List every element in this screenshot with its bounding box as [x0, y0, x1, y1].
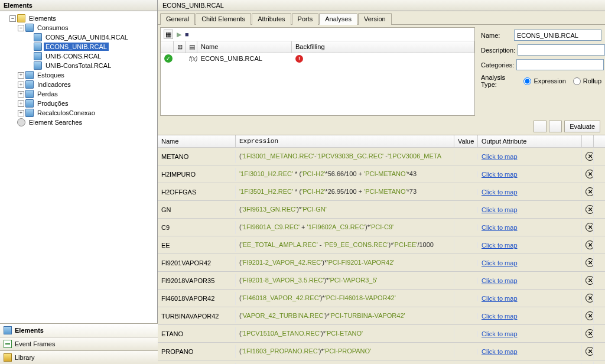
table-row[interactable]: C9('1FI9601A_C9.REC' + '1FI9602A_C9.REC'… — [158, 219, 605, 236]
row-expression[interactable]: ('1PCV1510A_ETANO.REC')*'PCI-ETANO' — [236, 327, 454, 340]
delete-icon[interactable]: ✕ — [586, 329, 594, 338]
table-row[interactable]: FI92018VAPOR35('FI9201-8_VAPOR_3.5.REC')… — [158, 272, 605, 290]
map-link[interactable]: Click to map — [482, 313, 518, 320]
expander-icon[interactable]: − — [18, 25, 24, 31]
nav-library[interactable]: Library — [0, 350, 158, 364]
table-row[interactable]: H2IMPURO'1FI3010_H2.REC' * ('PCI-H2'*56.… — [158, 165, 605, 183]
row-name[interactable]: H2OFFGAS — [158, 186, 236, 199]
tree-item[interactable]: ECONS_UNIB.RCAL — [1, 42, 156, 51]
map-link[interactable]: Click to map — [482, 348, 518, 355]
evaluate-button[interactable]: Evaluate — [564, 121, 600, 132]
col-name[interactable]: Name — [197, 41, 292, 53]
expander-icon[interactable]: + — [18, 72, 24, 79]
table-row[interactable]: H2OFFGAS'1FI3501_H2.REC' * ('PCI-H2'*26.… — [158, 183, 605, 201]
table-row[interactable]: GN('3FI9613_GN.REC')*'PCI-GN'Click to ma… — [158, 201, 605, 219]
tab-ports[interactable]: Ports — [292, 13, 319, 25]
row-expression[interactable]: ('3FI9613_GN.REC')*'PCI-GN' — [236, 203, 454, 216]
tree-item[interactable]: +Produções — [1, 99, 156, 108]
map-link[interactable]: Click to map — [482, 277, 518, 284]
new-analysis-button[interactable]: ▦ — [164, 30, 173, 39]
row-name[interactable]: C9 — [158, 221, 236, 234]
map-link[interactable]: Click to map — [482, 259, 518, 266]
tab-analyses[interactable]: Analyses — [319, 13, 357, 25]
map-link[interactable]: Click to map — [482, 242, 518, 249]
tab-attributes[interactable]: Attributes — [252, 13, 291, 25]
row-expression[interactable]: ('EE_TOTAL_AMPLA.REC' - 'PE9_EE_CONS.REC… — [236, 238, 454, 252]
map-link[interactable]: Click to map — [482, 206, 518, 213]
row-name[interactable]: PROPANO — [158, 345, 236, 358]
tree-item[interactable]: +RecalculosConexao — [1, 108, 156, 118]
row-name[interactable]: EE — [158, 239, 236, 252]
delete-icon[interactable]: ✕ — [586, 170, 594, 178]
tree-searches[interactable]: Element Searches — [1, 118, 156, 127]
element-tree[interactable]: − Elements − Consumos CONS_AGUA_UNIB4.RC… — [0, 11, 157, 317]
tab-child-elements[interactable]: Child Elements — [196, 13, 251, 25]
row-name[interactable]: GN — [158, 203, 236, 216]
row-expression[interactable]: ('1FI1603_PROPANO.REC')*'PCI-PROPANO' — [236, 344, 454, 358]
expander-icon[interactable]: − — [9, 15, 16, 22]
delete-icon[interactable]: ✕ — [586, 223, 594, 232]
map-link[interactable]: Click to map — [482, 224, 518, 231]
tree-item[interactable]: UNIB-CONS.RCAL — [1, 51, 156, 61]
categories-input[interactable] — [516, 59, 604, 70]
stop-icon[interactable]: ■ — [185, 31, 189, 38]
row-name[interactable]: H2IMPURO — [158, 168, 236, 181]
expander-icon[interactable]: + — [18, 91, 24, 98]
tree-consumos[interactable]: − Consumos — [1, 23, 156, 32]
table-row[interactable]: FI9201VAPOR42('FI9201-2_VAPOR_42.REC')*'… — [158, 254, 605, 272]
row-expression[interactable]: ('VAPOR_42_TURBINA.REC')*'PCI-TURBINA-VA… — [236, 309, 454, 323]
row-name[interactable]: FI46018VAPOR42 — [158, 292, 236, 305]
col-backfilling[interactable]: Backfilling — [292, 41, 474, 53]
row-name[interactable]: ETANO — [158, 327, 236, 340]
tab-general[interactable]: General — [160, 13, 195, 25]
delete-icon[interactable]: ✕ — [586, 294, 594, 303]
nav-elements[interactable]: Elements — [0, 323, 158, 337]
table-row[interactable]: EE('EE_TOTAL_AMPLA.REC' - 'PE9_EE_CONS.R… — [158, 236, 605, 254]
delete-icon[interactable]: ✕ — [586, 311, 594, 320]
header-name[interactable]: Name — [158, 135, 236, 147]
delete-icon[interactable]: ✕ — [586, 240, 594, 249]
map-link[interactable]: Click to map — [482, 295, 518, 302]
row-expression[interactable]: '1FI3501_H2.REC' * ('PCI-H2'*26.95/100 +… — [236, 185, 454, 199]
delete-icon[interactable]: ✕ — [586, 205, 594, 214]
table-row[interactable]: METANO('1FI3001_METANO.REC'-'1PCV9303B_G… — [158, 148, 605, 165]
expression-radio[interactable] — [523, 77, 531, 85]
tree-item[interactable]: +Perdas — [1, 89, 156, 99]
map-link[interactable]: Click to map — [482, 171, 518, 178]
expand-button[interactable] — [549, 121, 562, 132]
row-expression[interactable]: ('1FI9601A_C9.REC' + '1FI9602A_C9.REC')*… — [236, 220, 454, 234]
tree-root[interactable]: − Elements — [1, 14, 156, 23]
table-row[interactable]: TURBINAVAPOR42('VAPOR_42_TURBINA.REC')*'… — [158, 307, 605, 325]
delete-icon[interactable]: ✕ — [586, 258, 594, 267]
map-link[interactable]: Click to map — [482, 188, 518, 196]
row-expression[interactable]: ('FI46018_VAPOR_42.REC')*'PCI-FI46018-VA… — [236, 291, 454, 305]
collapse-button[interactable] — [534, 121, 547, 132]
tree-item[interactable]: +Indicadores — [1, 80, 156, 89]
expander-icon[interactable]: + — [18, 100, 24, 107]
row-expression[interactable]: ('FI9201-8_VAPOR_3.5.REC')*'PCI-VAPOR3_5… — [236, 274, 454, 287]
row-expression[interactable]: ('1FI3001_METANO.REC'-'1PCV9303B_GC.REC'… — [236, 150, 454, 163]
tree-item[interactable]: +Estoques — [1, 70, 156, 80]
tab-version[interactable]: Version — [358, 13, 392, 25]
header-expression[interactable]: Expression — [236, 135, 454, 147]
expander-icon[interactable]: + — [18, 82, 24, 88]
description-input[interactable] — [518, 44, 605, 56]
name-input[interactable] — [514, 30, 601, 41]
play-icon[interactable]: ▶ — [177, 31, 181, 38]
row-name[interactable]: FI92018VAPOR35 — [158, 274, 236, 287]
tree-item[interactable]: UNIB-ConsTotal.RCAL — [1, 61, 156, 70]
delete-icon[interactable]: ✕ — [586, 152, 594, 161]
header-value[interactable]: Value — [454, 135, 478, 147]
row-name[interactable]: METANO — [158, 150, 236, 163]
table-row[interactable]: FI46018VAPOR42('FI46018_VAPOR_42.REC')*'… — [158, 290, 605, 307]
map-link[interactable]: Click to map — [482, 153, 518, 160]
table-row[interactable]: ETANO('1PCV1510A_ETANO.REC')*'PCI-ETANO'… — [158, 325, 605, 343]
table-row[interactable]: PROPANO('1FI1603_PROPANO.REC')*'PCI-PROP… — [158, 343, 605, 360]
header-output[interactable]: Output Attribute — [478, 135, 582, 147]
map-link[interactable]: Click to map — [482, 330, 518, 337]
expander-icon[interactable]: + — [18, 110, 24, 116]
delete-icon[interactable]: ✕ — [586, 347, 594, 356]
table-row[interactable]: ECONSUNIBMETANO + H2_IMPURO + H2_OFFGAS … — [158, 360, 605, 364]
delete-icon[interactable]: ✕ — [586, 276, 594, 285]
nav-event-frames[interactable]: Event Frames — [0, 337, 158, 350]
